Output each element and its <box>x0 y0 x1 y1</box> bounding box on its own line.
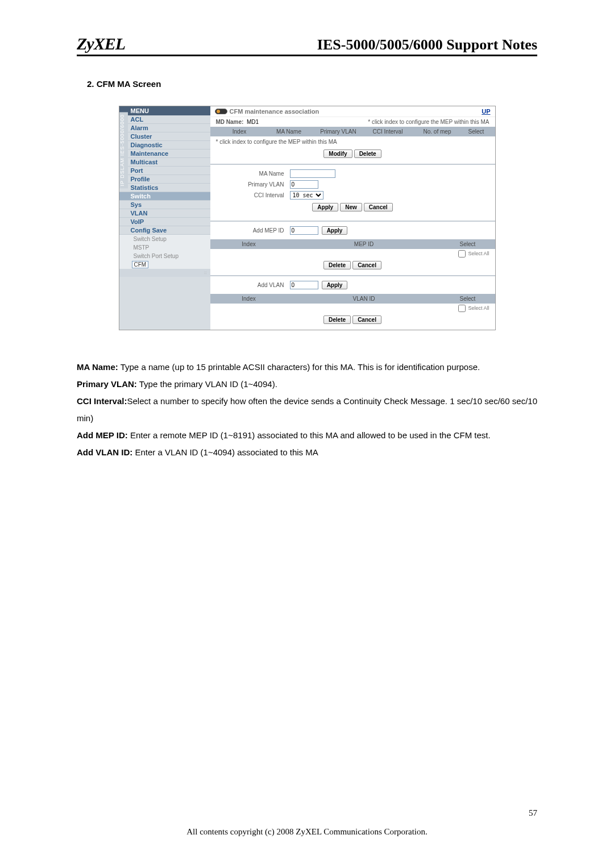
select-all-vlan-checkbox[interactable] <box>458 305 466 312</box>
cancel-button-vlan[interactable]: Cancel <box>352 315 381 324</box>
sidebar-item-voip[interactable]: VoIP <box>119 218 210 226</box>
desc-add-mep-text: Enter a remote MEP ID (1~8191) associate… <box>128 430 491 440</box>
th-vlan-id: VLAN ID <box>283 296 445 302</box>
md-name-label: MD Name: <box>216 119 244 125</box>
desc-add-vlan-label: Add VLAN ID: <box>77 447 132 457</box>
th-no-of-mep: No. of mep <box>413 128 462 135</box>
th-ma-name: MA Name <box>264 128 314 135</box>
vertical-device-label: IP DSLAM IES-5000/6000 <box>119 112 128 188</box>
desc-add-vlan-text: Enter a VLAN ID (1~4094) associated to t… <box>132 447 318 457</box>
mep-table-header: Index MEP ID Select <box>210 239 495 249</box>
brand-logo: ZyXEL <box>77 34 125 53</box>
apply-button-mep[interactable]: Apply <box>322 226 348 235</box>
cci-interval-label: CCI Interval <box>216 192 290 198</box>
submenu-switch-port-setup[interactable]: Switch Port Setup <box>119 252 210 260</box>
menu-header: MENU <box>119 106 210 115</box>
ma-name-input[interactable] <box>290 169 335 178</box>
desc-cci-text: Select a number to specify how often the… <box>77 396 537 423</box>
th-cci-interval: CCI Interval <box>363 128 413 135</box>
sidebar: IP DSLAM IES-5000/6000 MENU ACL Alarm Cl… <box>119 106 210 330</box>
copyright-footer: All contents copyright (c) 2008 ZyXEL Co… <box>77 827 537 837</box>
submenu-switch-setup[interactable]: Switch Setup <box>119 235 210 243</box>
cancel-button-1[interactable]: Cancel <box>364 203 393 211</box>
hint-text-top: * click index to configure the MEP withi… <box>368 119 489 125</box>
description-block: MA Name: Type a name (up to 15 printable… <box>77 359 537 461</box>
page-number: 57 <box>529 808 537 818</box>
th-vlan-index: Index <box>215 296 283 302</box>
new-button[interactable]: New <box>340 203 362 211</box>
desc-cci-label: CCI Interval: <box>77 396 127 406</box>
th-select: Select <box>462 128 491 135</box>
th-mep-index: Index <box>215 241 283 247</box>
delete-button-vlan[interactable]: Delete <box>323 315 351 324</box>
delete-button-mep[interactable]: Delete <box>323 261 351 269</box>
desc-ma-name-label: MA Name: <box>77 362 118 372</box>
content-panel: CFM maintenance association UP MD Name: … <box>210 106 495 330</box>
sidebar-item-statistics[interactable]: Statistics <box>119 184 210 192</box>
screenshot-panel: IP DSLAM IES-5000/6000 MENU ACL Alarm Cl… <box>119 106 496 330</box>
md-name-value: MD1 <box>247 119 259 125</box>
primary-vlan-label: Primary VLAN <box>216 181 290 188</box>
apply-button-1[interactable]: Apply <box>312 203 338 211</box>
add-vlan-label: Add VLAN <box>216 282 290 288</box>
sidebar-item-alarm[interactable]: Alarm <box>119 124 210 132</box>
desc-pvlan-label: Primary VLAN: <box>77 379 137 389</box>
submenu-mstp[interactable]: MSTP <box>119 243 210 252</box>
add-vlan-input[interactable] <box>290 281 318 289</box>
th-primary-vlan: Primary VLAN <box>314 128 363 135</box>
sidebar-item-switch[interactable]: Switch <box>119 192 210 201</box>
primary-vlan-input[interactable] <box>290 180 318 189</box>
section-title: 2. CFM MA Screen <box>87 79 537 89</box>
cancel-button-mep[interactable]: Cancel <box>352 261 381 269</box>
apply-button-vlan[interactable]: Apply <box>322 281 348 289</box>
sidebar-item-port[interactable]: Port <box>119 167 210 175</box>
modify-button[interactable]: Modify <box>323 149 352 158</box>
select-all-mep-label: Select All <box>468 251 489 256</box>
sidebar-item-maintenance[interactable]: Maintenance <box>119 149 210 158</box>
status-led-icon <box>215 109 227 114</box>
sidebar-item-acl[interactable]: ACL <box>119 115 210 124</box>
add-mep-input[interactable] <box>290 226 318 235</box>
sidebar-item-profile[interactable]: Profile <box>119 175 210 184</box>
sidebar-item-configsave[interactable]: Config Save <box>119 226 210 235</box>
ma-name-label: MA Name <box>216 171 290 177</box>
select-all-vlan-label: Select All <box>468 305 489 311</box>
sidebar-item-sys[interactable]: Sys <box>119 201 210 209</box>
note-row: * click index to configure the MEP withi… <box>210 136 495 147</box>
panel-title-text: CFM maintenance association <box>230 108 320 115</box>
sidebar-collapse-handle[interactable]: :: <box>119 269 210 277</box>
th-mep-id: MEP ID <box>283 241 445 247</box>
add-mep-label: Add MEP ID <box>216 227 290 234</box>
select-all-mep-checkbox[interactable] <box>458 250 466 258</box>
th-mep-select: Select <box>445 241 491 247</box>
doc-title: IES-5000/5005/6000 Support Notes <box>317 36 537 53</box>
ma-table-header: Index MA Name Primary VLAN CCI Interval … <box>210 127 495 136</box>
desc-add-mep-label: Add MEP ID: <box>77 430 128 440</box>
vlan-table-header: Index VLAN ID Select <box>210 294 495 304</box>
sidebar-item-vlan[interactable]: VLAN <box>119 209 210 218</box>
submenu-cfm[interactable]: CFM <box>132 261 149 268</box>
desc-pvlan-text: Type the primary VLAN ID (1~4094). <box>137 379 277 389</box>
up-link[interactable]: UP <box>482 108 490 115</box>
th-vlan-select: Select <box>445 296 491 302</box>
sidebar-item-cluster[interactable]: Cluster <box>119 132 210 141</box>
sidebar-item-multicast[interactable]: Multicast <box>119 158 210 167</box>
delete-button-1[interactable]: Delete <box>354 149 381 158</box>
desc-ma-name-text: Type a name (up to 15 printable ACSII ch… <box>118 362 480 372</box>
th-index: Index <box>215 128 264 135</box>
cci-interval-select[interactable]: 10 sec <box>290 191 323 200</box>
sidebar-item-diagnostic[interactable]: Diagnostic <box>119 141 210 149</box>
